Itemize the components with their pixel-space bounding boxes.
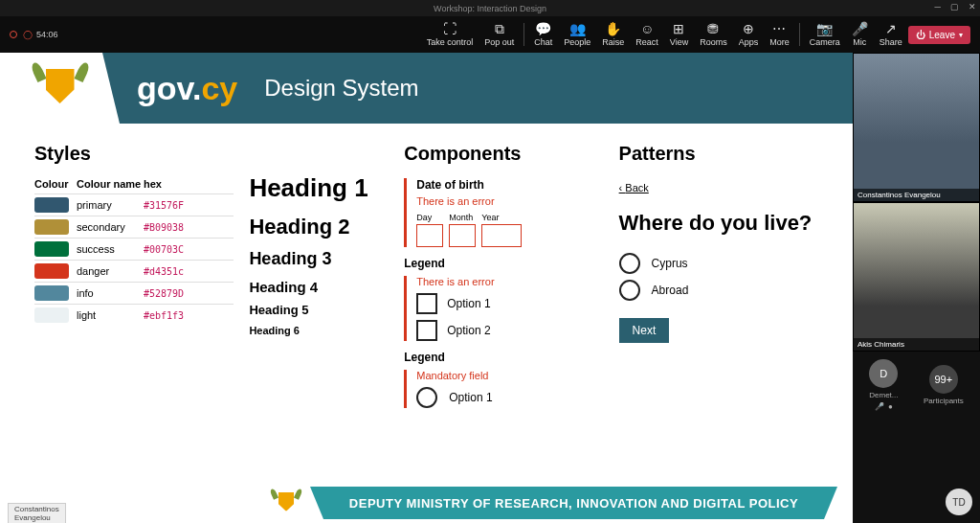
pop-out-button[interactable]: ⧉Pop out [479,22,520,47]
colour-swatch [34,219,69,235]
mic-button[interactable]: 🎤Mic [846,22,874,47]
participant-name: Constantinos Evangelou [854,189,979,201]
legend-label-2: Legend [404,351,603,364]
day-input[interactable] [416,224,443,247]
people-icon: 👥 [569,22,586,35]
colour-row: success#00703C [34,238,234,260]
minimize-icon[interactable]: ─ [935,2,941,11]
colour-swatch [34,263,69,279]
colour-row: info#52879D [34,282,234,304]
checkbox-1[interactable] [416,293,437,314]
heading-4-sample: Heading 4 [249,279,389,295]
pop-out-icon: ⧉ [495,22,504,35]
colour-hex: #00703C [144,244,184,255]
participant-name: Akis Chimaris [854,338,979,351]
colour-row: primary#31576F [34,193,234,216]
heading-1-sample: Heading 1 [249,173,389,203]
view-icon: ⊞ [673,22,684,35]
share-icon: ↗ [885,22,897,35]
legend-label: Legend [404,257,603,270]
heading-3-sample: Heading 3 [249,249,389,269]
footer-text: DEPUTY MINISTRY OF RESEARCH, INNOVATION … [323,487,824,519]
colour-hex: #52879D [144,288,184,299]
react-button[interactable]: ☺React [630,22,664,47]
share-button[interactable]: ↗Share [874,22,908,47]
colour-name: secondary [77,221,144,233]
slide-header: gov.cy Design System [0,53,853,124]
heading-2-sample: Heading 2 [249,215,389,239]
camera-off-icon: 📷 [816,22,833,35]
window-title: Workshop: Interaction Design [434,4,546,13]
colour-swatch [34,241,69,257]
shared-screen: gov.cy Design System Styles Colour Colou… [0,53,853,523]
checkbox-2[interactable] [416,320,437,341]
colour-name: danger [77,265,144,277]
chat-button[interactable]: 💬Chat [528,22,558,47]
avatar[interactable]: D [869,359,898,388]
colour-row: danger#d4351c [34,260,234,282]
back-link[interactable]: ‹ Back [619,182,649,193]
apps-icon: ⊕ [743,22,754,35]
year-input[interactable] [481,224,522,247]
presenter-name: Constantinos Evangelou [8,503,66,523]
colour-hex: #B09038 [144,222,184,233]
colour-hex: #d4351c [144,266,184,277]
participant-video [854,54,979,201]
mic-off-icon: 🎤 [875,402,884,411]
colour-name: light [77,309,144,321]
close-icon[interactable]: ✕ [969,2,976,11]
raise-icon: ✋ [605,22,621,35]
more-button[interactable]: ⋯More [764,22,795,47]
colour-swatch [34,307,69,323]
participants-panel: Constantinos Evangelou Akis Chimaris D D… [853,53,980,523]
next-button[interactable]: Next [619,318,670,343]
colour-table-header: Colour Colour name hex [34,178,234,193]
more-icon: ⋯ [772,22,786,35]
colour-name: info [77,287,144,299]
participant-video [854,203,979,351]
apps-button[interactable]: ⊕Apps [733,22,765,47]
colour-swatch [34,197,69,213]
mandatory-message: Mandatory field [416,370,603,381]
people-button[interactable]: 👥People [558,22,596,47]
styles-heading: Styles [34,143,234,165]
maximize-icon[interactable]: ▢ [950,2,959,11]
raise-button[interactable]: ✋Raise [596,22,630,47]
view-button[interactable]: ⊞View [664,22,694,47]
components-heading: Components [404,143,603,165]
colour-row: secondary#B09038 [34,216,234,238]
chevron-down-icon: ▾ [959,31,963,39]
take-control-button[interactable]: ⛶Take control [421,22,479,47]
rooms-icon: ⛃ [707,22,719,35]
colour-hex: #ebf1f3 [144,310,184,321]
avatar-name: Participants [924,397,964,405]
error-message: There is an error [416,195,603,207]
video-tile-2[interactable]: Akis Chimaris [853,202,980,352]
rooms-button[interactable]: ⛃Rooms [694,22,733,47]
month-input[interactable] [449,224,476,247]
colour-row: light#ebf1f3 [34,304,234,326]
slide-footer: DEPUTY MINISTRY OF RESEARCH, INNOVATION … [0,483,853,523]
error-message-2: There is an error [416,276,603,287]
overflow-avatar[interactable]: 99+ [929,365,958,394]
pattern-question: Where do you live? [619,211,818,236]
slide-pager: 13 of 57 Constantinos Evangelou [8,506,47,517]
patterns-heading: Patterns [619,143,818,165]
chat-icon: 💬 [535,22,551,35]
avatar-name: Demet... [869,391,898,399]
brand-govcy: gov.cy [137,70,237,107]
radio-abroad[interactable] [619,280,640,301]
camera-button[interactable]: 📷Camera [804,22,846,47]
window-controls: ─ ▢ ✕ [935,2,976,11]
video-tile-1[interactable]: Constantinos Evangelou [853,53,980,202]
self-avatar[interactable]: TD [946,489,972,515]
colour-name: success [77,243,144,255]
colour-name: primary [77,199,144,211]
dob-label: Date of birth [416,178,603,192]
leave-button[interactable]: ⏻Leave▾ [908,26,970,44]
radio-mandatory[interactable] [416,387,437,408]
radio-cyprus[interactable] [619,253,640,274]
colour-swatch [34,285,69,301]
meeting-toolbar: ◯ 54:06 ⛶Take control ⧉Pop out 💬Chat 👥Pe… [0,16,980,53]
colour-hex: #31576F [144,200,184,211]
